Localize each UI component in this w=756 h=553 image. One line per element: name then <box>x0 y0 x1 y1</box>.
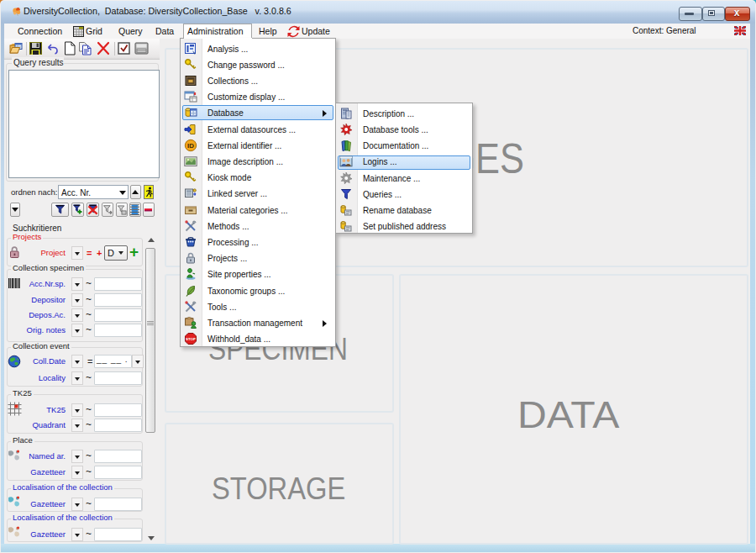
svg-text:ID: ID <box>187 142 194 150</box>
svg-text:STOP: STOP <box>186 337 196 341</box>
